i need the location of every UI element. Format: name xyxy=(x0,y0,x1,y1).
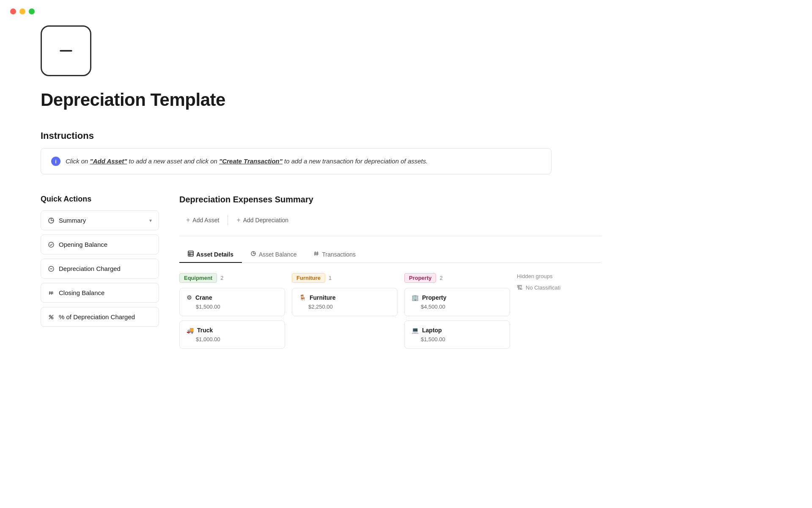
sidebar-item-depreciation-charged[interactable]: Depreciation Charged xyxy=(41,259,159,279)
hidden-group-label: No Classificati xyxy=(526,284,560,291)
asset-card-furniture[interactable]: 🪑 Furniture $2,250.00 xyxy=(292,288,398,316)
asset-name-laptop: 💻 Laptop xyxy=(411,327,503,334)
main-panel: Depreciation Expenses Summary + Add Asse… xyxy=(179,195,601,360)
chevron-down-icon: ▾ xyxy=(149,218,152,224)
laptop-icon: 💻 xyxy=(411,327,419,334)
instructions-box: i Click on "Add Asset" to add a new asse… xyxy=(41,148,551,174)
hidden-group-item-no-classification: 🏗 No Classificati xyxy=(517,284,601,291)
percent-icon xyxy=(48,314,55,320)
asset-card-crane[interactable]: ⚙ Crane $1,500.00 xyxy=(179,288,285,316)
traffic-light-minimize[interactable] xyxy=(19,8,25,14)
pie-icon xyxy=(48,217,55,224)
asset-group-property: Property 2 🏢 Property $4,500.00 💻 L xyxy=(404,273,510,353)
hash-icon xyxy=(48,290,55,296)
hidden-groups: Hidden groups 🏗 No Classificati xyxy=(517,273,601,353)
asset-name-crane: ⚙ Crane xyxy=(187,294,278,301)
panel-heading: Depreciation Expenses Summary xyxy=(179,195,601,204)
sidebar-item-closing-balance[interactable]: Closing Balance xyxy=(41,283,159,303)
svg-point-9 xyxy=(52,317,53,319)
badge-furniture: Furniture xyxy=(292,273,325,283)
instructions-heading: Instructions xyxy=(41,130,551,141)
instructions-text: Click on "Add Asset" to add a new asset … xyxy=(66,156,428,166)
building-icon: 🏢 xyxy=(411,294,419,301)
check-circle-icon xyxy=(48,241,55,248)
asset-name-furniture: 🪑 Furniture xyxy=(299,294,390,301)
groups-row: Equipment 2 ⚙ Crane $1,500.00 🚚 Truc xyxy=(179,273,601,353)
add-depreciation-button[interactable]: + Add Depreciation xyxy=(230,213,295,227)
sidebar-item-opening-balance[interactable]: Opening Balance xyxy=(41,235,159,254)
asset-value-crane: $1,500.00 xyxy=(196,304,278,310)
asset-value-furniture: $2,250.00 xyxy=(308,304,390,310)
action-row: + Add Asset + Add Depreciation xyxy=(179,213,601,236)
sidebar-heading: Quick Actions xyxy=(41,195,159,204)
asset-value-truck: $1,000.00 xyxy=(196,336,278,342)
traffic-light-maximize[interactable] xyxy=(29,8,35,14)
svg-line-16 xyxy=(317,251,318,256)
action-separator xyxy=(228,215,228,225)
group-header-property: Property 2 xyxy=(404,273,510,283)
tab-asset-details-label: Asset Details xyxy=(196,251,233,258)
sidebar-label-depreciation: Depreciation Charged xyxy=(59,265,121,272)
add-depreciation-label: Add Depreciation xyxy=(243,217,288,224)
table-icon xyxy=(188,251,194,258)
tab-asset-balance-label: Asset Balance xyxy=(259,251,297,258)
group-count-furniture: 1 xyxy=(329,275,332,281)
asset-card-property[interactable]: 🏢 Property $4,500.00 xyxy=(404,288,510,316)
page-title: Depreciation Template xyxy=(41,90,551,110)
hidden-group-icon: 🏗 xyxy=(517,284,522,291)
tabs-row: Asset Details Asset Balance xyxy=(179,246,601,263)
truck-icon: 🚚 xyxy=(187,327,194,334)
app-icon xyxy=(41,25,91,76)
pie-small-icon xyxy=(250,251,256,258)
asset-group-furniture: Furniture 1 🪑 Furniture $2,250.00 xyxy=(292,273,398,353)
svg-point-8 xyxy=(49,315,51,317)
group-count-equipment: 2 xyxy=(220,275,223,281)
sidebar: Quick Actions Summary ▾ xyxy=(41,195,159,331)
tab-asset-details[interactable]: Asset Details xyxy=(179,246,242,263)
hidden-groups-title: Hidden groups xyxy=(517,273,601,279)
sidebar-label-closing: Closing Balance xyxy=(59,289,104,296)
info-icon: i xyxy=(51,157,60,166)
asset-value-laptop: $1,500.00 xyxy=(421,336,503,342)
sidebar-item-summary[interactable]: Summary ▾ xyxy=(41,210,159,230)
crane-icon: ⚙ xyxy=(187,294,192,301)
tab-asset-balance[interactable]: Asset Balance xyxy=(242,246,305,263)
group-header-furniture: Furniture 1 xyxy=(292,273,398,283)
asset-group-equipment: Equipment 2 ⚙ Crane $1,500.00 🚚 Truc xyxy=(179,273,285,353)
asset-value-property: $4,500.00 xyxy=(421,304,503,310)
traffic-lights xyxy=(0,0,45,23)
group-count-property: 2 xyxy=(439,275,442,281)
svg-line-5 xyxy=(52,291,52,295)
group-header-equipment: Equipment 2 xyxy=(179,273,285,283)
furniture-icon: 🪑 xyxy=(299,294,306,301)
badge-equipment: Equipment xyxy=(179,273,217,283)
hash-small-icon xyxy=(313,251,319,258)
asset-name-truck: 🚚 Truck xyxy=(187,327,278,334)
sidebar-item-percent-depreciation[interactable]: % of Depreciation Charged xyxy=(41,307,159,327)
minus-circle-icon xyxy=(48,265,55,272)
asset-card-truck[interactable]: 🚚 Truck $1,000.00 xyxy=(179,320,285,349)
traffic-light-close[interactable] xyxy=(10,8,16,14)
svg-line-15 xyxy=(315,251,315,256)
sidebar-label-opening: Opening Balance xyxy=(59,241,107,248)
tab-transactions[interactable]: Transactions xyxy=(305,246,364,263)
sidebar-label-summary: Summary xyxy=(59,217,86,224)
plus-icon: + xyxy=(186,216,190,224)
tab-transactions-label: Transactions xyxy=(322,251,356,258)
svg-rect-11 xyxy=(188,251,193,256)
asset-name-property: 🏢 Property xyxy=(411,294,503,301)
svg-line-4 xyxy=(49,291,50,295)
badge-property: Property xyxy=(404,273,436,283)
add-asset-label: Add Asset xyxy=(192,217,219,224)
asset-card-laptop[interactable]: 💻 Laptop $1,500.00 xyxy=(404,320,510,349)
plus-icon-2: + xyxy=(236,216,240,224)
add-asset-button[interactable]: + Add Asset xyxy=(179,213,226,227)
sidebar-label-percent: % of Depreciation Charged xyxy=(59,313,135,320)
